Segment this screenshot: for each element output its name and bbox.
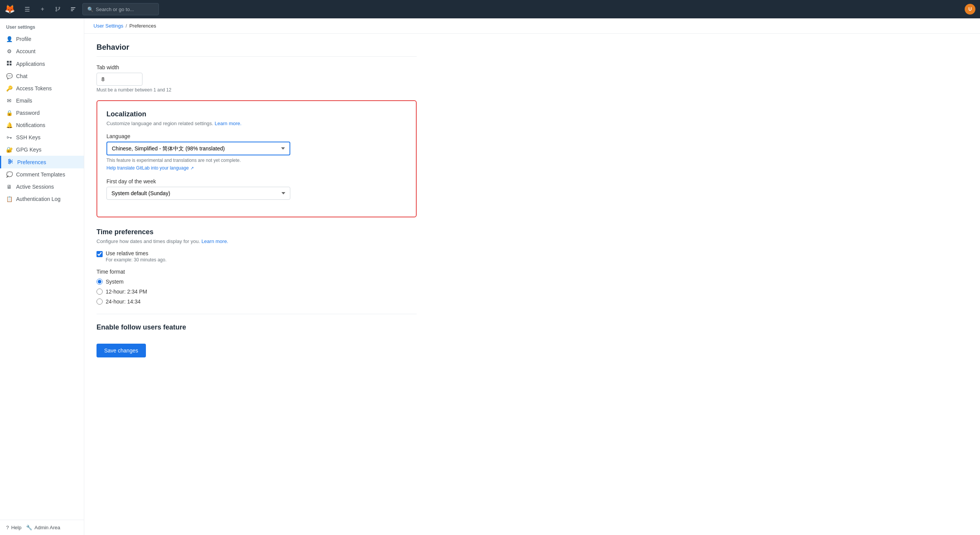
first-day-select[interactable]: System default (Sunday)MondaySaturdaySun… <box>106 187 290 200</box>
sidebar-item-label: Password <box>16 110 39 116</box>
help-button[interactable]: ? Help <box>6 525 21 530</box>
sidebar-item-gpg-keys[interactable]: 🔐 GPG Keys <box>0 144 84 156</box>
notifications-icon: 🔔 <box>6 122 12 128</box>
sidebar-item-preferences[interactable]: Preferences <box>0 156 84 168</box>
sidebar-item-label: Comment Templates <box>16 171 65 178</box>
time-preferences-desc: Configure how dates and times display fo… <box>97 238 417 244</box>
localization-section: Localization Customize language and regi… <box>97 100 417 217</box>
time-format-12hour-label[interactable]: 12-hour: 2:34 PM <box>106 289 147 295</box>
localization-learn-more-link[interactable]: Learn more. <box>215 121 242 126</box>
account-icon: ⚙ <box>6 48 12 54</box>
tab-width-input[interactable] <box>97 73 142 86</box>
save-changes-button[interactable]: Save changes <box>97 344 146 357</box>
time-format-12hour-radio[interactable] <box>97 289 103 295</box>
time-format-label: Time format <box>97 269 417 275</box>
sidebar-item-label: Chat <box>16 73 28 79</box>
behavior-section-title: Behavior <box>97 43 417 57</box>
svg-rect-5 <box>7 64 9 65</box>
time-format-24hour-option[interactable]: 24-hour: 14:34 <box>97 298 417 305</box>
use-relative-times-hint: For example: 30 minutes ago. <box>106 257 167 263</box>
enable-follow-title: Enable follow users feature <box>97 323 417 331</box>
sidebar-section-title: User settings <box>0 18 84 33</box>
merge-requests-button[interactable] <box>52 3 64 15</box>
tab-width-group: Tab width Must be a number between 1 and… <box>97 64 417 93</box>
user-avatar[interactable]: U <box>965 4 975 15</box>
main-layout: User settings 👤 Profile ⚙ Account Applic… <box>0 18 980 535</box>
access-tokens-icon: 🔑 <box>6 85 12 91</box>
section-divider <box>97 314 417 314</box>
tab-width-label: Tab width <box>97 64 417 70</box>
external-link-icon: ↗ <box>190 166 194 171</box>
sidebar-item-password[interactable]: 🔒 Password <box>0 107 84 119</box>
time-format-system-option[interactable]: System <box>97 279 417 285</box>
sidebar-item-notifications[interactable]: 🔔 Notifications <box>0 119 84 131</box>
main-content: User Settings / Preferences Behavior Tab… <box>84 18 980 535</box>
breadcrumb-separator: / <box>126 23 127 29</box>
sidebar-item-label: Active Sessions <box>16 184 54 190</box>
sidebar-item-label: Preferences <box>17 159 46 165</box>
content-area: Behavior Tab width Must be a number betw… <box>84 34 429 367</box>
sidebar-item-label: GPG Keys <box>16 147 41 153</box>
localization-desc: Customize language and region related se… <box>106 121 407 126</box>
emails-icon: ✉ <box>6 98 12 104</box>
sidebar-item-comment-templates[interactable]: 💭 Comment Templates <box>0 168 84 181</box>
svg-rect-3 <box>7 61 9 63</box>
sidebar-item-active-sessions[interactable]: 🖥 Active Sessions <box>0 181 84 193</box>
sidebar-item-authentication-log[interactable]: 📋 Authentication Log <box>0 193 84 205</box>
ssh-keys-icon: 🗝 <box>6 134 12 140</box>
time-preferences-title: Time preferences <box>97 228 417 236</box>
sidebar-item-account[interactable]: ⚙ Account <box>0 45 84 57</box>
translate-link[interactable]: Help translate GitLab into your language… <box>106 165 194 171</box>
sidebar-item-label: Account <box>16 48 36 54</box>
svg-rect-0 <box>71 7 75 8</box>
time-format-24hour-radio[interactable] <box>97 298 103 305</box>
time-format-system-label[interactable]: System <box>106 279 124 285</box>
sidebar-item-applications[interactable]: Applications <box>0 57 84 70</box>
todos-button[interactable] <box>67 3 79 15</box>
first-day-label: First day of the week <box>106 178 407 184</box>
language-group: Language Chinese, Simplified - 简体中文 (98%… <box>106 133 407 171</box>
sidebar-item-label: Access Tokens <box>16 85 52 91</box>
use-relative-times-checkbox[interactable] <box>97 251 103 257</box>
active-sessions-icon: 🖥 <box>6 184 12 190</box>
sidebar-item-emails[interactable]: ✉ Emails <box>0 95 84 107</box>
sidebar-toggle-button[interactable]: ☰ <box>21 3 33 15</box>
search-placeholder: Search or go to... <box>96 7 134 12</box>
time-format-24hour-label[interactable]: 24-hour: 14:34 <box>106 298 141 305</box>
experimental-note: This feature is experimental and transla… <box>106 158 407 163</box>
search-bar[interactable]: 🔍 Search or go to... <box>82 3 159 15</box>
gpg-keys-icon: 🔐 <box>6 147 12 153</box>
admin-icon: 🔧 <box>26 525 32 530</box>
time-pref-learn-more-link[interactable]: Learn more. <box>201 238 228 244</box>
authentication-log-icon: 📋 <box>6 196 12 202</box>
admin-area-button[interactable]: 🔧 Admin Area <box>26 525 60 530</box>
gitlab-logo: 🦊 <box>5 4 15 14</box>
applications-icon <box>6 60 12 67</box>
chat-icon: 💬 <box>6 73 12 79</box>
breadcrumb-parent-link[interactable]: User Settings <box>93 23 123 29</box>
sidebar-item-ssh-keys[interactable]: 🗝 SSH Keys <box>0 131 84 144</box>
preferences-icon <box>7 159 13 165</box>
sidebar-item-profile[interactable]: 👤 Profile <box>0 33 84 45</box>
sidebar-item-chat[interactable]: 💬 Chat <box>0 70 84 82</box>
language-label: Language <box>106 133 407 139</box>
time-format-system-radio[interactable] <box>97 279 103 285</box>
sidebar-item-label: Authentication Log <box>16 196 61 202</box>
sidebar: User settings 👤 Profile ⚙ Account Applic… <box>0 18 84 535</box>
time-format-12hour-option[interactable]: 12-hour: 2:34 PM <box>97 289 417 295</box>
profile-icon: 👤 <box>6 36 12 42</box>
breadcrumb-current: Preferences <box>129 23 156 29</box>
search-icon: 🔍 <box>87 7 93 12</box>
sidebar-item-label: Applications <box>16 61 45 67</box>
language-select[interactable]: Chinese, Simplified - 简体中文 (98% translat… <box>106 142 290 155</box>
tab-width-hint: Must be a number between 1 and 12 <box>97 87 417 93</box>
sidebar-item-label: Emails <box>16 98 32 104</box>
breadcrumb: User Settings / Preferences <box>84 18 980 34</box>
sidebar-item-access-tokens[interactable]: 🔑 Access Tokens <box>0 82 84 95</box>
new-item-button[interactable]: + <box>36 3 49 15</box>
first-day-group: First day of the week System default (Su… <box>106 178 407 200</box>
help-icon: ? <box>6 525 9 530</box>
use-relative-times-label[interactable]: Use relative times <box>106 250 148 256</box>
enable-follow-section: Enable follow users feature <box>97 323 417 331</box>
svg-rect-4 <box>10 61 11 63</box>
